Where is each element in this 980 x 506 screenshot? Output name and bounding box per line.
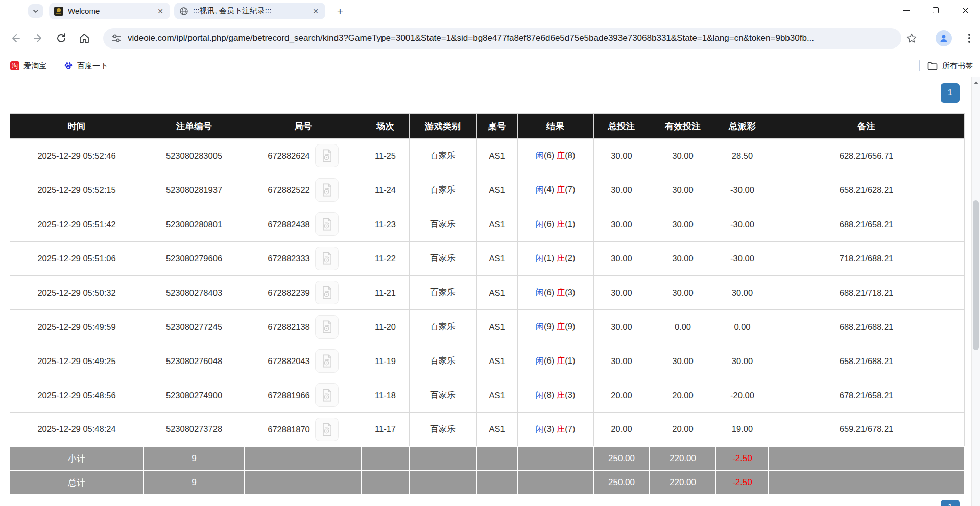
cell-table-no: AS1 — [476, 276, 517, 310]
result-banker-label: 庄 — [557, 287, 565, 297]
minimize-button[interactable] — [891, 0, 921, 20]
home-icon — [79, 33, 90, 44]
cell-payout: 30.00 — [716, 276, 769, 310]
tab-welcome[interactable]: Welcome ✕ — [49, 3, 170, 19]
video-replay-button[interactable] — [315, 383, 339, 407]
cell-total-bet: 30.00 — [593, 276, 650, 310]
close-window-button[interactable] — [950, 0, 980, 20]
pagination-button[interactable]: 1 — [941, 83, 960, 103]
column-header: 时间 — [10, 114, 144, 139]
maximize-button[interactable] — [921, 0, 950, 20]
video-replay-button[interactable] — [315, 247, 339, 270]
cell-game-type: 百家乐 — [409, 276, 476, 310]
cell-result: 闲(4) 庄(7) — [517, 173, 593, 207]
cell-round: 672882438 — [245, 207, 362, 242]
cell-total-bet: 30.00 — [593, 173, 650, 207]
video-replay-button[interactable] — [315, 281, 339, 304]
browser-menu-button[interactable] — [962, 31, 976, 45]
cell-payout: -30.00 — [716, 207, 769, 242]
footer-empty — [409, 447, 476, 471]
welcome-favicon-icon — [54, 7, 63, 16]
cell-game-type: 百家乐 — [409, 378, 476, 413]
result-banker-label: 庄 — [557, 424, 565, 433]
video-replay-button[interactable] — [315, 315, 339, 339]
column-header: 注单编号 — [144, 114, 245, 139]
tab-title: :::视讯, 会员下注纪录::: — [193, 6, 307, 16]
cell-remark: 688.21/688.21 — [769, 310, 964, 344]
address-bar[interactable]: videoie.com/ipl/portal.php/game/betrecor… — [103, 28, 901, 49]
video-replay-button[interactable] — [315, 212, 339, 236]
forward-arrow-icon — [33, 33, 44, 44]
video-replay-button[interactable] — [315, 178, 339, 202]
close-tab-icon[interactable]: ✕ — [311, 7, 320, 16]
profile-avatar[interactable] — [936, 30, 952, 46]
result-banker-label: 庄 — [557, 356, 565, 365]
cell-game-type: 百家乐 — [409, 242, 476, 276]
scrollbar-up-arrow[interactable] — [972, 79, 980, 87]
cell-session: 11-20 — [362, 310, 409, 344]
video-file-icon — [320, 388, 334, 402]
pagination-button-bottom[interactable]: 1 — [941, 500, 960, 506]
result-player-label: 闲 — [536, 185, 544, 194]
cell-valid-bet: 30.00 — [650, 344, 716, 378]
video-replay-button[interactable] — [315, 144, 339, 167]
cell-session: 11-19 — [362, 344, 409, 378]
cell-valid-bet: 30.00 — [650, 276, 716, 310]
all-bookmarks-button[interactable]: 所有书签 — [927, 61, 973, 71]
back-button[interactable] — [5, 28, 26, 49]
cell-result: 闲(6) 庄(1) — [517, 344, 593, 378]
bookmark-item-baidu[interactable]: 百度一下 — [60, 59, 112, 73]
footer-count: 9 — [144, 471, 245, 495]
bookmark-star-button[interactable] — [904, 31, 919, 45]
round-number: 672881870 — [268, 424, 310, 433]
cell-bet-id: 523080279606 — [144, 242, 245, 276]
bookmark-item-taobao[interactable]: 淘 爱淘宝 — [6, 59, 51, 73]
reload-button[interactable] — [51, 28, 71, 49]
new-tab-button[interactable]: + — [333, 5, 347, 18]
cell-total-bet: 20.00 — [593, 378, 650, 413]
chevron-down-icon — [32, 8, 39, 15]
footer-empty — [409, 471, 476, 495]
table-row: 2025-12-29 05:52:15523080281937672882522… — [10, 173, 964, 207]
cell-time: 2025-12-29 05:48:24 — [10, 413, 144, 447]
cell-game-type: 百家乐 — [409, 207, 476, 242]
footer-count: 9 — [144, 447, 245, 471]
taobao-icon: 淘 — [10, 61, 19, 70]
page-scrollbar[interactable] — [971, 77, 980, 506]
round-number: 672881966 — [268, 391, 310, 400]
cell-game-type: 百家乐 — [409, 310, 476, 344]
footer-total-bet: 250.00 — [593, 447, 650, 471]
video-replay-button[interactable] — [315, 349, 339, 373]
cell-session: 11-22 — [362, 242, 409, 276]
total-row: 总计9250.00220.00-2.50 — [10, 471, 964, 495]
home-button[interactable] — [74, 28, 94, 49]
scrollbar-thumb[interactable] — [973, 200, 979, 350]
video-file-icon — [320, 183, 334, 197]
bookmark-label: 百度一下 — [77, 61, 108, 71]
cell-remark: 688.21/658.21 — [769, 207, 964, 242]
cell-payout: -20.00 — [716, 378, 769, 413]
video-replay-button[interactable] — [315, 418, 339, 441]
footer-label: 总计 — [10, 471, 144, 495]
footer-empty — [362, 447, 409, 471]
cell-payout: -30.00 — [716, 242, 769, 276]
table-row: 2025-12-29 05:52:46523080283005672882624… — [10, 139, 964, 173]
cell-table-no: AS1 — [476, 139, 517, 173]
column-header: 有效投注 — [650, 114, 716, 139]
close-tab-icon[interactable]: ✕ — [156, 7, 165, 16]
footer-empty — [517, 471, 593, 495]
table-row: 2025-12-29 05:48:24523080273728672881870… — [10, 413, 964, 447]
forward-button[interactable] — [28, 28, 49, 49]
cell-payout: 19.00 — [716, 413, 769, 447]
column-header: 场次 — [362, 114, 409, 139]
footer-empty — [476, 471, 517, 495]
tab-bet-record[interactable]: :::视讯, 会员下注纪录::: ✕ — [174, 3, 325, 19]
round-number: 672882043 — [268, 356, 310, 366]
reload-icon — [56, 33, 67, 44]
cell-session: 11-25 — [362, 139, 409, 173]
cell-result: 闲(6) 庄(3) — [517, 276, 593, 310]
tab-search-button[interactable] — [28, 4, 43, 18]
cell-bet-id: 523080281937 — [144, 173, 245, 207]
result-banker-label: 庄 — [557, 185, 565, 194]
video-file-icon — [320, 149, 334, 163]
